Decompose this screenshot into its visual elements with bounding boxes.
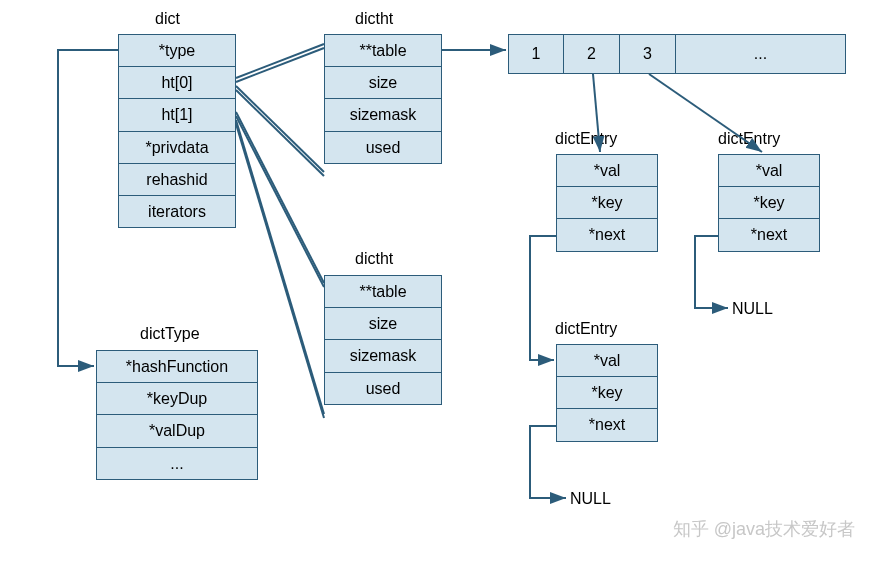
entry1b-struct: *val *key *next	[556, 344, 658, 442]
dictht2-title: dictht	[355, 250, 393, 268]
entry2-title: dictEntry	[718, 130, 780, 148]
watermark: 知乎 @java技术爱好者	[673, 517, 855, 541]
dict-field-privdata: *privdata	[118, 132, 236, 164]
dict-field-ht1: ht[1]	[118, 99, 236, 131]
dictht2-field-sizemask: sizemask	[324, 340, 442, 372]
entry1b-field-val: *val	[556, 344, 658, 377]
dictht1-field-table: **table	[324, 34, 442, 67]
dict-title: dict	[155, 10, 180, 28]
dictType-title: dictType	[140, 325, 200, 343]
table-array: 1 2 3 ...	[508, 34, 846, 74]
entry1-field-next: *next	[556, 219, 658, 251]
dict-field-ht0: ht[0]	[118, 67, 236, 99]
dict-field-iterators: iterators	[118, 196, 236, 228]
table-cell-1: 1	[508, 34, 564, 74]
dictType-struct: *hashFunction *keyDup *valDup ...	[96, 350, 258, 480]
dictht2-struct: **table size sizemask used	[324, 275, 442, 405]
null2-label: NULL	[732, 300, 773, 318]
entry2-field-next: *next	[718, 219, 820, 251]
dictType-field-more: ...	[96, 448, 258, 480]
entry2-field-val: *val	[718, 154, 820, 187]
dict-struct: *type ht[0] ht[1] *privdata rehashid ite…	[118, 34, 236, 228]
dictType-field-valDup: *valDup	[96, 415, 258, 447]
entry1-title: dictEntry	[555, 130, 617, 148]
dictType-field-hashFunction: *hashFunction	[96, 350, 258, 383]
entry2-struct: *val *key *next	[718, 154, 820, 252]
entry1b-title: dictEntry	[555, 320, 617, 338]
dictht1-field-size: size	[324, 67, 442, 99]
dictType-field-keyDup: *keyDup	[96, 383, 258, 415]
entry2-field-key: *key	[718, 187, 820, 219]
entry1b-field-next: *next	[556, 409, 658, 441]
entry1-field-val: *val	[556, 154, 658, 187]
table-cell-more: ...	[676, 34, 846, 74]
dictht1-struct: **table size sizemask used	[324, 34, 442, 164]
dict-field-type: *type	[118, 34, 236, 67]
dictht2-field-size: size	[324, 308, 442, 340]
null1-label: NULL	[570, 490, 611, 508]
entry1b-field-key: *key	[556, 377, 658, 409]
dictht1-title: dictht	[355, 10, 393, 28]
entry1-field-key: *key	[556, 187, 658, 219]
dict-field-rehashid: rehashid	[118, 164, 236, 196]
dictht1-field-used: used	[324, 132, 442, 164]
dictht2-field-table: **table	[324, 275, 442, 308]
dictht1-field-sizemask: sizemask	[324, 99, 442, 131]
dictht2-field-used: used	[324, 373, 442, 405]
table-cell-3: 3	[620, 34, 676, 74]
table-cell-2: 2	[564, 34, 620, 74]
entry1-struct: *val *key *next	[556, 154, 658, 252]
